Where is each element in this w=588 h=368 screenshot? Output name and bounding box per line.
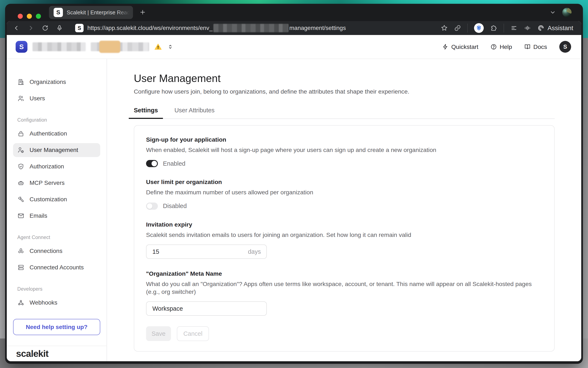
app-header: S Quickstart Help [7,35,581,59]
browser-window: S Scalekit | Enterprise Ready A [5,4,583,364]
sidebar-item-label: Emails [29,212,47,219]
section-title: "Organization" Meta Name [146,270,542,277]
section-signup: Sign-up for your application When enable… [146,136,542,167]
section-description: Scalekit sends invitation emails to user… [146,231,542,239]
toggle-knob [152,161,157,166]
main-content: User Management Configure how users join… [107,59,581,361]
days-suffix: days [248,248,261,255]
sidebar-item-label: Connections [29,248,62,254]
sidebar-item-user-management[interactable]: User Management [13,143,100,157]
bookmark-star-icon[interactable] [441,24,448,32]
users-icon [17,95,24,102]
section-description: Define the maximum number of users allow… [146,188,542,196]
sidebar-item-connections[interactable]: Connections [13,244,100,258]
book-icon [524,44,530,50]
settings-card: Sign-up for your application When enable… [134,125,555,351]
forward-icon[interactable] [28,25,34,31]
cubes-icon [17,248,24,255]
redacted-workspace-name [32,42,86,51]
assistant-label: Assistant [548,24,573,32]
extensions-puzzle-icon[interactable] [490,24,497,32]
toggle-state-label: Enabled [163,160,185,167]
assistant-button[interactable]: Assistant [537,24,573,32]
lightning-icon [442,44,448,50]
redacted-environment-name [91,42,149,51]
sidebar-item-label: Customization [29,196,67,203]
help-button[interactable]: Help [491,43,512,50]
back-icon[interactable] [13,25,20,31]
sidebar-section-agent-connect: Agent Connect [17,235,100,240]
docs-label: Docs [533,43,547,50]
sidebar-item-label: Users [29,95,45,102]
webhook-icon [17,299,24,306]
section-user-limit: User limit per organization Define the m… [146,178,542,210]
need-help-button[interactable]: Need help setting up? [13,319,100,335]
close-window-button[interactable] [18,14,23,19]
reading-list-icon[interactable] [510,24,518,32]
address-bar[interactable]: S https://app.scalekit.cloud/ws/environm… [75,24,441,32]
password-manager-extension-icon[interactable] [474,23,484,33]
sidebar-item-authorization[interactable]: Authorization [13,160,100,174]
url-favicon: S [75,24,84,32]
workspace-switcher[interactable]: S [16,41,174,53]
sidebar-item-authentication[interactable]: Authentication [13,127,100,141]
user-limit-toggle[interactable] [146,202,158,210]
tabstrip-right-controls [549,4,571,21]
sidebar-item-label: MCP Servers [29,180,65,186]
save-button[interactable]: Save [146,326,171,341]
voice-waveform-icon[interactable] [524,24,531,32]
new-tab-button[interactable] [139,9,146,16]
browser-toolbar: S https://app.scalekit.cloud/ws/environm… [7,21,581,35]
browser-tabstrip: S Scalekit | Enterprise Ready A [5,4,583,21]
browser-tab-active[interactable]: S Scalekit | Enterprise Ready A [49,6,133,19]
organization-meta-name-field [146,301,267,316]
lock-icon [17,130,24,137]
desktop-background: S Scalekit | Enterprise Ready A [0,0,588,368]
tab-search-chevron-icon[interactable] [549,9,556,16]
sidebar-item-users[interactable]: Users [13,92,100,105]
microphone-icon[interactable] [56,25,63,31]
browser-profile-avatar[interactable] [562,8,571,17]
minimize-window-button[interactable] [27,14,32,19]
scalekit-app-logo: S [16,41,28,53]
toolbar-divider [467,24,468,32]
docs-button[interactable]: Docs [524,43,547,50]
tab-user-attributes[interactable]: User Attributes [174,107,214,119]
user-avatar[interactable]: S [559,41,571,53]
sidebar-item-label: Connected Accounts [29,264,84,271]
sidebar-item-organizations[interactable]: Organizations [13,75,100,89]
sidebar-item-customization[interactable]: Customization [13,193,100,206]
content-tabs: Settings User Attributes [134,107,555,119]
sidebar-item-label: Authentication [29,130,67,137]
sidebar-item-connected-accounts[interactable]: Connected Accounts [13,260,100,275]
sidebar-item-emails[interactable]: Emails [13,209,100,223]
toolbar-right-controls: Assistant [441,23,573,33]
help-circle-icon [491,44,497,50]
sidebar-item-webhooks[interactable]: Webhooks [13,296,100,310]
invitation-expiry-input[interactable] [152,248,248,256]
organization-meta-name-input[interactable] [152,305,261,312]
environment-select-chevrons-icon[interactable] [167,44,174,50]
tab-title-fade [116,6,133,19]
window-controls [18,14,41,19]
cancel-button[interactable]: Cancel [177,326,209,341]
copy-link-icon[interactable] [454,25,461,31]
sidebar-item-label: User Management [29,147,78,153]
maximize-window-button[interactable] [36,14,41,19]
toolbar-divider [504,24,504,32]
nav-controls [13,25,63,31]
url-prefix: https://app.scalekit.cloud/ws/environmen… [87,25,212,31]
tab-settings[interactable]: Settings [134,107,158,119]
sidebar-item-label: Authorization [29,163,64,170]
sidebar-item-mcp-servers[interactable]: MCP Servers [13,176,100,190]
robot-icon [17,179,24,186]
signup-toggle[interactable] [146,160,158,167]
url-text: https://app.scalekit.cloud/ws/environmen… [87,24,346,32]
quickstart-button[interactable]: Quickstart [442,43,478,50]
help-label: Help [500,43,512,50]
invitation-expiry-field: days [146,245,267,259]
reload-icon[interactable] [42,25,48,31]
server-stack-icon [17,264,24,271]
section-description: When enabled, Scalekit will host a sign-… [146,146,542,154]
tab-favicon: S [54,8,63,17]
